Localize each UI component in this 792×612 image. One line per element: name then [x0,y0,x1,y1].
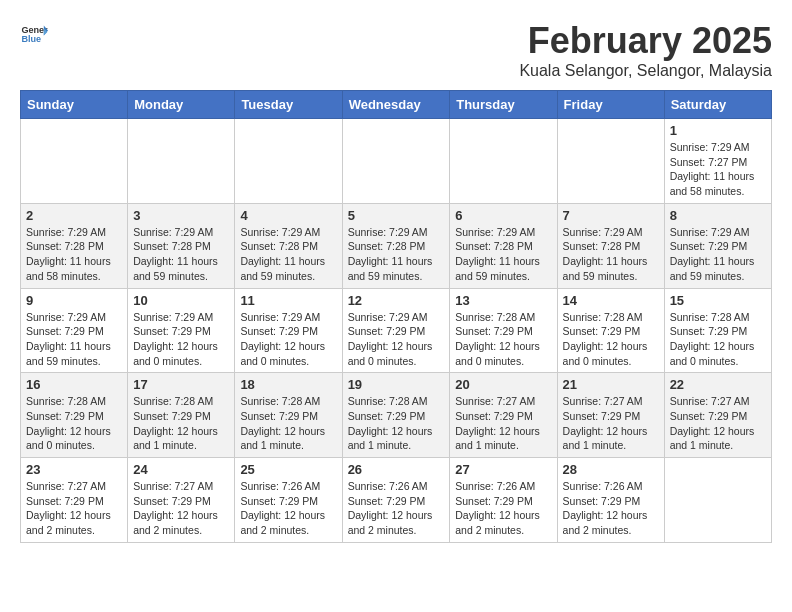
calendar-cell: 9Sunrise: 7:29 AM Sunset: 7:29 PM Daylig… [21,288,128,373]
calendar-cell: 11Sunrise: 7:29 AM Sunset: 7:29 PM Dayli… [235,288,342,373]
day-number: 20 [455,377,551,392]
day-info: Sunrise: 7:29 AM Sunset: 7:27 PM Dayligh… [670,140,766,199]
calendar-cell: 25Sunrise: 7:26 AM Sunset: 7:29 PM Dayli… [235,458,342,543]
calendar-cell: 8Sunrise: 7:29 AM Sunset: 7:29 PM Daylig… [664,203,771,288]
column-header-wednesday: Wednesday [342,91,450,119]
calendar-cell: 10Sunrise: 7:29 AM Sunset: 7:29 PM Dayli… [128,288,235,373]
column-header-saturday: Saturday [664,91,771,119]
logo-icon: General Blue [20,20,48,48]
subtitle: Kuala Selangor, Selangor, Malaysia [519,62,772,80]
calendar-cell: 18Sunrise: 7:28 AM Sunset: 7:29 PM Dayli… [235,373,342,458]
calendar-cell: 28Sunrise: 7:26 AM Sunset: 7:29 PM Dayli… [557,458,664,543]
calendar-cell: 23Sunrise: 7:27 AM Sunset: 7:29 PM Dayli… [21,458,128,543]
calendar-week-row: 1Sunrise: 7:29 AM Sunset: 7:27 PM Daylig… [21,119,772,204]
day-number: 28 [563,462,659,477]
calendar-cell: 21Sunrise: 7:27 AM Sunset: 7:29 PM Dayli… [557,373,664,458]
calendar-cell [557,119,664,204]
column-header-friday: Friday [557,91,664,119]
column-header-sunday: Sunday [21,91,128,119]
day-info: Sunrise: 7:29 AM Sunset: 7:28 PM Dayligh… [240,225,336,284]
day-number: 21 [563,377,659,392]
calendar-cell: 27Sunrise: 7:26 AM Sunset: 7:29 PM Dayli… [450,458,557,543]
day-info: Sunrise: 7:29 AM Sunset: 7:29 PM Dayligh… [240,310,336,369]
day-info: Sunrise: 7:29 AM Sunset: 7:29 PM Dayligh… [26,310,122,369]
calendar-cell: 17Sunrise: 7:28 AM Sunset: 7:29 PM Dayli… [128,373,235,458]
day-number: 17 [133,377,229,392]
calendar-cell: 15Sunrise: 7:28 AM Sunset: 7:29 PM Dayli… [664,288,771,373]
day-number: 11 [240,293,336,308]
svg-text:Blue: Blue [21,34,41,44]
day-info: Sunrise: 7:26 AM Sunset: 7:29 PM Dayligh… [563,479,659,538]
day-number: 12 [348,293,445,308]
calendar-cell [342,119,450,204]
calendar-cell [664,458,771,543]
column-header-monday: Monday [128,91,235,119]
day-info: Sunrise: 7:28 AM Sunset: 7:29 PM Dayligh… [670,310,766,369]
day-number: 18 [240,377,336,392]
day-number: 24 [133,462,229,477]
day-number: 27 [455,462,551,477]
day-number: 23 [26,462,122,477]
day-info: Sunrise: 7:28 AM Sunset: 7:29 PM Dayligh… [348,394,445,453]
day-info: Sunrise: 7:29 AM Sunset: 7:28 PM Dayligh… [455,225,551,284]
day-info: Sunrise: 7:29 AM Sunset: 7:28 PM Dayligh… [348,225,445,284]
day-info: Sunrise: 7:29 AM Sunset: 7:28 PM Dayligh… [133,225,229,284]
day-number: 16 [26,377,122,392]
day-number: 26 [348,462,445,477]
day-number: 3 [133,208,229,223]
calendar-cell [450,119,557,204]
calendar-cell: 7Sunrise: 7:29 AM Sunset: 7:28 PM Daylig… [557,203,664,288]
calendar-cell [128,119,235,204]
day-number: 22 [670,377,766,392]
day-number: 25 [240,462,336,477]
header: General Blue February 2025 Kuala Selango… [20,20,772,80]
calendar-cell: 2Sunrise: 7:29 AM Sunset: 7:28 PM Daylig… [21,203,128,288]
day-info: Sunrise: 7:26 AM Sunset: 7:29 PM Dayligh… [455,479,551,538]
day-number: 10 [133,293,229,308]
calendar-header-row: SundayMondayTuesdayWednesdayThursdayFrid… [21,91,772,119]
day-number: 14 [563,293,659,308]
day-info: Sunrise: 7:27 AM Sunset: 7:29 PM Dayligh… [563,394,659,453]
day-info: Sunrise: 7:26 AM Sunset: 7:29 PM Dayligh… [240,479,336,538]
day-info: Sunrise: 7:27 AM Sunset: 7:29 PM Dayligh… [670,394,766,453]
day-info: Sunrise: 7:29 AM Sunset: 7:28 PM Dayligh… [26,225,122,284]
calendar-week-row: 2Sunrise: 7:29 AM Sunset: 7:28 PM Daylig… [21,203,772,288]
day-number: 15 [670,293,766,308]
calendar-cell [235,119,342,204]
calendar-cell [21,119,128,204]
calendar-cell: 4Sunrise: 7:29 AM Sunset: 7:28 PM Daylig… [235,203,342,288]
calendar-cell: 19Sunrise: 7:28 AM Sunset: 7:29 PM Dayli… [342,373,450,458]
calendar-cell: 13Sunrise: 7:28 AM Sunset: 7:29 PM Dayli… [450,288,557,373]
calendar-week-row: 16Sunrise: 7:28 AM Sunset: 7:29 PM Dayli… [21,373,772,458]
column-header-tuesday: Tuesday [235,91,342,119]
calendar-week-row: 9Sunrise: 7:29 AM Sunset: 7:29 PM Daylig… [21,288,772,373]
day-info: Sunrise: 7:29 AM Sunset: 7:28 PM Dayligh… [563,225,659,284]
day-number: 2 [26,208,122,223]
logo: General Blue [20,20,48,48]
calendar: SundayMondayTuesdayWednesdayThursdayFrid… [20,90,772,543]
day-number: 9 [26,293,122,308]
day-number: 8 [670,208,766,223]
calendar-cell: 6Sunrise: 7:29 AM Sunset: 7:28 PM Daylig… [450,203,557,288]
day-info: Sunrise: 7:29 AM Sunset: 7:29 PM Dayligh… [670,225,766,284]
day-number: 7 [563,208,659,223]
day-info: Sunrise: 7:28 AM Sunset: 7:29 PM Dayligh… [240,394,336,453]
day-info: Sunrise: 7:29 AM Sunset: 7:29 PM Dayligh… [133,310,229,369]
day-info: Sunrise: 7:28 AM Sunset: 7:29 PM Dayligh… [563,310,659,369]
calendar-cell: 3Sunrise: 7:29 AM Sunset: 7:28 PM Daylig… [128,203,235,288]
day-number: 5 [348,208,445,223]
calendar-week-row: 23Sunrise: 7:27 AM Sunset: 7:29 PM Dayli… [21,458,772,543]
day-info: Sunrise: 7:27 AM Sunset: 7:29 PM Dayligh… [133,479,229,538]
calendar-cell: 5Sunrise: 7:29 AM Sunset: 7:28 PM Daylig… [342,203,450,288]
title-area: February 2025 Kuala Selangor, Selangor, … [519,20,772,80]
main-title: February 2025 [519,20,772,62]
calendar-cell: 14Sunrise: 7:28 AM Sunset: 7:29 PM Dayli… [557,288,664,373]
day-number: 4 [240,208,336,223]
day-info: Sunrise: 7:28 AM Sunset: 7:29 PM Dayligh… [133,394,229,453]
day-info: Sunrise: 7:28 AM Sunset: 7:29 PM Dayligh… [26,394,122,453]
calendar-cell: 22Sunrise: 7:27 AM Sunset: 7:29 PM Dayli… [664,373,771,458]
day-info: Sunrise: 7:28 AM Sunset: 7:29 PM Dayligh… [455,310,551,369]
day-number: 6 [455,208,551,223]
day-number: 19 [348,377,445,392]
column-header-thursday: Thursday [450,91,557,119]
